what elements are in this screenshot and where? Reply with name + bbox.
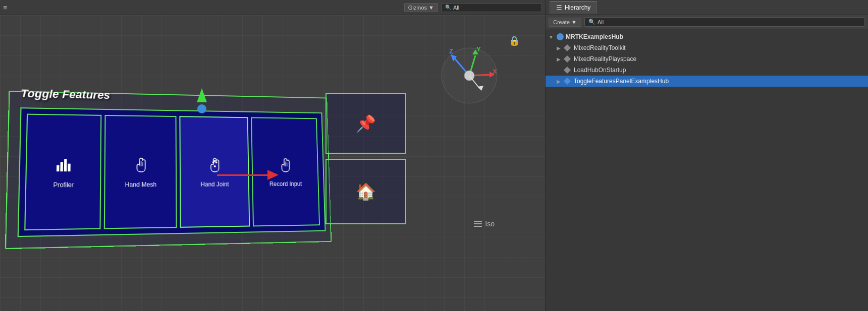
toggle-panel-inner: Profiler Hand Mesh xyxy=(18,107,326,237)
hand-mesh-icon xyxy=(132,155,150,176)
hand-mesh-label: Hand Mesh xyxy=(125,181,157,188)
lock-icon: 🔒 xyxy=(509,35,520,46)
scene-search-icon: 🔍 xyxy=(445,5,451,10)
svg-marker-16 xyxy=(451,54,457,61)
svg-point-9 xyxy=(215,161,217,163)
hand-mesh-button[interactable]: Hand Mesh xyxy=(104,115,177,229)
create-arrow-icon: ▼ xyxy=(571,19,577,25)
gizmo-svg: Z Y X xyxy=(439,45,500,106)
svg-line-18 xyxy=(469,55,475,76)
record-input-label: Record Input xyxy=(269,180,302,188)
profiler-icon xyxy=(54,155,74,177)
hierarchy-header: ☰ Hierarchy xyxy=(546,0,868,15)
hierarchy-toolbar: Create ▼ 🔍 All xyxy=(546,15,868,29)
hierarchy-panel: ☰ Hierarchy Create ▼ 🔍 All ▼ MRTKExample… xyxy=(545,0,868,311)
hierarchy-label-mrtk-examples-hub: MRTKExamplesHub xyxy=(566,33,623,40)
scene-view: ≡ Gizmos ▼ 🔍 All 🔒 Toggle Features xyxy=(0,0,545,311)
svg-point-24 xyxy=(464,71,474,81)
hierarchy-label-mixed-reality-toolkit: MixedRealityToolkit xyxy=(574,44,626,51)
svg-line-21 xyxy=(469,75,492,76)
pin-panel[interactable]: 📌 xyxy=(326,93,406,154)
create-label: Create xyxy=(553,19,570,25)
diamond-icon-lhos xyxy=(564,67,571,74)
hand-joint-label: Hand Joint xyxy=(200,180,229,188)
svg-marker-19 xyxy=(472,49,478,54)
home-icon: 🏠 xyxy=(356,182,376,201)
hierarchy-item-mixed-reality-toolkit[interactable]: ▶ MixedRealityToolkit xyxy=(546,42,868,53)
svg-text:X: X xyxy=(493,68,497,75)
profiler-button[interactable]: Profiler xyxy=(24,114,101,231)
record-input-button[interactable]: Record Input xyxy=(251,117,320,226)
svg-marker-22 xyxy=(490,72,495,78)
hierarchy-search-text: All xyxy=(598,19,604,25)
svg-text:Z: Z xyxy=(449,47,453,55)
right-side-panels: 📌 🏠 xyxy=(326,93,406,224)
hand-joint-button[interactable]: Hand Joint xyxy=(179,116,250,228)
pin-icon: 📌 xyxy=(356,114,376,133)
hierarchy-item-mixed-reality-playspace[interactable]: ▶ MixedRealityPlayspace xyxy=(546,53,868,65)
svg-rect-0 xyxy=(56,165,59,171)
svg-marker-26 xyxy=(477,86,483,91)
create-button[interactable]: Create ▼ xyxy=(549,18,581,27)
diamond-icon-mrp xyxy=(564,55,571,63)
hierarchy-item-load-hub-on-startup[interactable]: LoadHubOnStartup xyxy=(546,65,868,76)
hierarchy-label-mixed-reality-playspace: MixedRealityPlayspace xyxy=(574,55,636,63)
gizmos-arrow-icon: ▼ xyxy=(428,5,434,11)
gizmos-button[interactable]: Gizmos ▼ xyxy=(404,3,438,12)
unity-icon-mrtk xyxy=(557,33,564,40)
scene-search-bar[interactable]: 🔍 All xyxy=(441,3,542,12)
hierarchy-item-toggle-features-panel[interactable]: ▶ ToggleFeaturesPanelExamplesHub xyxy=(546,76,868,87)
hierarchy-label-load-hub-on-startup: LoadHubOnStartup xyxy=(574,67,626,74)
hierarchy-label-toggle-features-panel: ToggleFeaturesPanelExamplesHub xyxy=(574,78,669,85)
profiler-label: Profiler xyxy=(53,181,74,189)
iso-label: Iso xyxy=(474,220,495,228)
record-input-icon xyxy=(277,155,294,176)
iso-text: Iso xyxy=(485,220,495,228)
expand-arrow-tfp: ▶ xyxy=(557,79,563,84)
svg-point-8 xyxy=(213,160,215,162)
orientation-gizmo: Z Y X xyxy=(439,45,505,111)
home-panel[interactable]: 🏠 xyxy=(326,159,406,224)
hierarchy-search-icon: 🔍 xyxy=(588,19,595,25)
hierarchy-list: ▼ MRTKExamplesHub ▶ MixedRealityToolkit … xyxy=(546,29,868,311)
hand-joint-icon xyxy=(205,155,224,177)
scene-search-text: All xyxy=(453,5,459,11)
hierarchy-tab-label: Hierarchy xyxy=(565,4,590,11)
expand-arrow-mrtk: ▼ xyxy=(549,34,555,40)
scene-canvas[interactable]: 🔒 Toggle Features Profiler xyxy=(0,15,545,311)
hierarchy-item-mrtk-examples-hub[interactable]: ▼ MRTKExamplesHub xyxy=(546,31,868,42)
gizmos-label: Gizmos xyxy=(408,5,427,11)
expand-arrow-mrp: ▶ xyxy=(557,56,563,62)
expand-arrow-mrt: ▶ xyxy=(557,45,563,51)
diamond-icon-tfp xyxy=(564,78,571,85)
svg-point-10 xyxy=(213,165,215,167)
scene-toolbar: ≡ Gizmos ▼ 🔍 All xyxy=(0,0,545,15)
svg-rect-1 xyxy=(60,162,63,171)
svg-rect-3 xyxy=(68,163,71,171)
toggle-panel-title: Toggle Features xyxy=(21,87,110,102)
toggle-features-panel: Toggle Features Profiler xyxy=(5,91,332,249)
hierarchy-tab-icon: ☰ xyxy=(556,4,562,12)
svg-point-7 xyxy=(212,161,214,163)
hierarchy-search-bar[interactable]: 🔍 All xyxy=(584,17,865,27)
svg-text:Y: Y xyxy=(476,45,481,53)
svg-line-15 xyxy=(454,58,469,76)
svg-line-25 xyxy=(469,76,479,88)
svg-rect-2 xyxy=(64,159,67,171)
hierarchy-tab[interactable]: ☰ Hierarchy xyxy=(550,2,597,14)
svg-point-14 xyxy=(442,48,497,103)
iso-lines-icon xyxy=(474,221,482,227)
diamond-icon-mrt xyxy=(564,44,571,51)
scene-menu-icon[interactable]: ≡ xyxy=(3,4,7,12)
